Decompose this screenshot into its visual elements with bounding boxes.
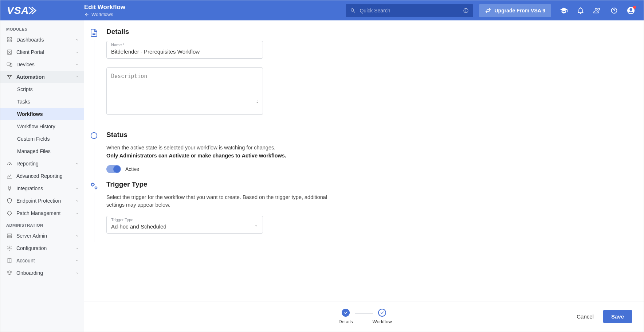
sidebar-item-automation[interactable]: Automation xyxy=(0,71,84,83)
sidebar-item-server-admin[interactable]: Server Admin xyxy=(0,230,84,242)
sidebar-sub-workflow-history[interactable]: Workflow History xyxy=(0,120,84,133)
chevron-down-icon xyxy=(75,199,79,203)
svg-rect-9 xyxy=(7,40,9,42)
svg-rect-19 xyxy=(7,211,12,215)
devices-icon xyxy=(6,61,13,68)
gear-icon xyxy=(6,245,13,251)
sidebar-item-devices[interactable]: Devices xyxy=(0,58,84,71)
check-circle-outline-icon xyxy=(378,309,386,317)
chevron-up-icon xyxy=(75,75,79,79)
status-help-line2: Only Administrators can Activate or make… xyxy=(106,153,286,159)
chevron-down-icon xyxy=(75,258,79,263)
status-help-line1: When the active state is selected your w… xyxy=(106,145,275,151)
upgrade-button[interactable]: Upgrade From VSA 9 xyxy=(479,4,551,17)
chevron-down-icon xyxy=(75,161,79,166)
chevron-down-icon xyxy=(75,246,79,250)
save-button[interactable]: Save xyxy=(603,310,632,323)
avatar-icon[interactable] xyxy=(627,7,635,15)
app-logo: VSA xyxy=(0,5,84,16)
app-header: VSA Edit Workflow Workflows Upgrade From… xyxy=(0,0,644,20)
sidebar-item-configuration[interactable]: Configuration xyxy=(0,242,84,254)
sidebar-sub-custom-fields[interactable]: Custom Fields xyxy=(0,133,84,145)
sidebar-sub-label: Custom Fields xyxy=(17,136,50,142)
search-input[interactable] xyxy=(360,8,459,13)
plug-icon xyxy=(6,185,13,192)
quick-search[interactable] xyxy=(346,4,473,17)
main-panel: Details Name * Status xyxy=(84,20,644,332)
svg-point-18 xyxy=(9,164,10,165)
nav-heading-admin: ADMINISTRATION xyxy=(0,219,84,230)
sidebar-sub-tasks[interactable]: Tasks xyxy=(0,95,84,108)
sidebar-item-reporting[interactable]: Reporting xyxy=(0,157,84,170)
svg-rect-8 xyxy=(10,38,12,39)
sidebar-item-label: Client Portal xyxy=(16,49,71,55)
help-icon[interactable] xyxy=(610,7,618,15)
sidebar-item-dashboards[interactable]: Dashboards xyxy=(0,34,84,46)
sidebar-item-label: Patch Management xyxy=(16,210,71,216)
shield-icon xyxy=(6,198,13,204)
sidebar-item-patch-management[interactable]: Patch Management xyxy=(0,207,84,219)
user-group-icon[interactable] xyxy=(593,7,601,15)
name-field-label: Name * xyxy=(111,43,125,47)
sidebar-item-advanced-reporting[interactable]: Advanced Reporting xyxy=(0,170,84,182)
svg-rect-21 xyxy=(7,236,12,238)
footer-actions: Cancel Save xyxy=(573,310,632,323)
description-textarea[interactable] xyxy=(111,71,258,103)
svg-point-16 xyxy=(11,75,12,76)
breadcrumb-label: Workflows xyxy=(91,12,113,17)
svg-point-22 xyxy=(9,247,10,249)
cancel-button[interactable]: Cancel xyxy=(573,310,597,323)
svg-point-25 xyxy=(92,183,94,186)
step-workflow[interactable]: Workflow xyxy=(358,309,406,324)
section-trigger: Trigger Type Select the trigger for the … xyxy=(89,180,633,243)
sidebar-item-label: Onboarding xyxy=(16,270,71,276)
logo-text: VSA xyxy=(7,5,29,16)
page-title: Edit Workflow xyxy=(84,4,125,11)
description-field[interactable] xyxy=(106,67,263,115)
sidebar-item-label: Reporting xyxy=(16,161,71,167)
gauge-icon xyxy=(6,160,13,167)
header-icon-group xyxy=(560,7,638,15)
notification-dot xyxy=(633,6,636,9)
name-input[interactable] xyxy=(111,44,258,55)
check-circle-icon xyxy=(342,309,350,317)
svg-point-26 xyxy=(95,187,97,188)
sidebar-item-onboarding[interactable]: Onboarding xyxy=(0,267,84,279)
sidebar-item-label: Endpoint Protection xyxy=(16,198,71,204)
svg-rect-7 xyxy=(7,38,9,39)
svg-point-24 xyxy=(91,133,97,139)
sidebar-sub-workflows[interactable]: Workflows xyxy=(0,108,84,120)
chevron-down-icon xyxy=(75,186,79,191)
sidebar-item-endpoint-protection[interactable]: Endpoint Protection xyxy=(0,195,84,207)
chevron-down-icon xyxy=(75,211,79,215)
name-field[interactable]: Name * xyxy=(106,41,263,59)
sidebar-item-account[interactable]: Account xyxy=(0,254,84,267)
sidebar-sub-label: Managed Files xyxy=(17,148,51,154)
sidebar-sub-scripts[interactable]: Scripts xyxy=(0,83,84,95)
svg-point-1 xyxy=(466,9,467,10)
sidebar-sub-managed-files[interactable]: Managed Files xyxy=(0,145,84,157)
bell-icon[interactable] xyxy=(577,7,585,15)
automation-icon xyxy=(6,74,13,80)
step-label-workflow: Workflow xyxy=(372,319,392,324)
svg-rect-10 xyxy=(10,40,12,42)
footer-bar: Details Workflow Cancel Save xyxy=(84,301,644,332)
section-details: Details Name * xyxy=(89,28,633,124)
sidebar-item-integrations[interactable]: Integrations xyxy=(0,182,84,195)
info-icon[interactable] xyxy=(463,8,469,13)
trigger-type-select[interactable]: Trigger Type Ad-hoc and Scheduled xyxy=(106,216,263,234)
breadcrumb[interactable]: Workflows xyxy=(84,12,125,17)
status-help-text: When the active state is selected your w… xyxy=(106,144,354,160)
chevron-down-icon xyxy=(75,234,79,238)
step-label-details: Details xyxy=(338,319,353,324)
section-title-trigger: Trigger Type xyxy=(106,180,354,188)
upgrade-label: Upgrade From VSA 9 xyxy=(494,8,545,13)
graduation-icon[interactable] xyxy=(560,7,568,15)
active-toggle[interactable] xyxy=(106,165,121,173)
svg-point-6 xyxy=(629,8,632,11)
section-title-status: Status xyxy=(106,131,354,139)
sidebar-item-client-portal[interactable]: Client Portal xyxy=(0,46,84,58)
arrow-left-icon xyxy=(84,12,89,17)
chevron-down-icon xyxy=(75,62,79,67)
sidebar-item-label: Account xyxy=(16,258,71,263)
